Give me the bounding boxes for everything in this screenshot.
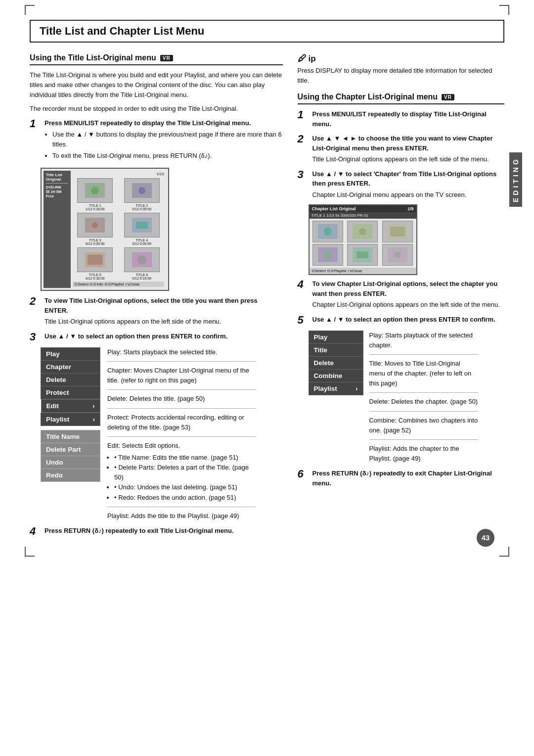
rmenu-row-combine: Combine <box>309 369 363 382</box>
spacer-1 <box>41 426 100 430</box>
rmenu-row-title: Title <box>309 343 363 356</box>
left-section-heading: Using the Title List-Original menu VR <box>30 53 283 65</box>
right-step-4-content: To view Chapter List-Original options, s… <box>312 279 505 310</box>
svg-rect-9 <box>88 255 102 265</box>
bullet-1-1: Use the ▲ / ▼ buttons to display the pre… <box>52 130 283 149</box>
menu-left-items: Play Chapter Delete Protect <box>41 347 100 521</box>
svg-point-19 <box>323 250 332 259</box>
sub-desc-deletepart: • Delete Parts: Deletes a part of the Ti… <box>114 463 256 482</box>
menu-item-playlist[interactable]: Playlist › <box>41 413 100 425</box>
rmenu-item-playlist[interactable]: Playlist › <box>309 382 363 395</box>
menu-item-play[interactable]: Play <box>41 347 100 360</box>
screen-thumb-5 <box>77 247 113 272</box>
menu-item-delete[interactable]: Delete <box>41 373 100 386</box>
step-3-content: Use ▲ / ▼ to select an option then press… <box>44 331 283 341</box>
menu-row-delete: Delete <box>41 373 100 386</box>
screen-side-left: Title List Original DVD-RW ⊟ 1H 5M Free … <box>44 171 166 288</box>
rthumb-wrap-3 <box>382 221 413 242</box>
right-menu-descriptions: Play: Starts playback of the selected ch… <box>369 331 478 464</box>
right-step-1-content: Press MENU/LIST repeatedly to display Ti… <box>312 109 505 129</box>
right-step-num-3: 3 <box>298 169 309 180</box>
tip-text: Press DISPLAY to display more detailed t… <box>298 66 505 86</box>
screen-thumb-1 <box>77 178 113 203</box>
step-2-content: To view Title List-Original options, sel… <box>44 296 283 327</box>
screen-thumb-4 <box>124 213 160 237</box>
thumb-label-4: TITLE 43/12 0:00:00 <box>124 238 160 245</box>
bullet-1-2: To exit the Title List-Original menu, pr… <box>52 151 283 161</box>
menu-item-chapter[interactable]: Chapter <box>41 360 100 373</box>
svg-rect-17 <box>390 227 405 236</box>
menu-table-main: Play Chapter Delete Protect <box>41 347 100 426</box>
right-step-num-5: 5 <box>298 315 309 326</box>
corner-mark-bl <box>25 547 35 557</box>
screen-thumb-3 <box>77 213 113 237</box>
rmenu-row-delete: Delete <box>309 356 363 369</box>
page-number-badge: 43 <box>477 529 494 547</box>
menu-item-edit[interactable]: Edit › <box>41 399 100 413</box>
menu-item-redo[interactable]: Redo <box>41 469 100 481</box>
thumb-wrapper-6: TITLE 60/12 0:19:00 <box>124 247 160 280</box>
sub-desc-titlename: • Title Name: Edits the title name. (pag… <box>114 453 256 463</box>
right-step-5-heading: Use ▲ / ▼ to select an option then press… <box>312 316 495 323</box>
main-title: Title List and Chapter List Menu <box>30 20 504 43</box>
tip-icon: 🖊 <box>298 53 307 64</box>
step-4-content: Press RETURN (δ♪) repeatedly to exit Tit… <box>44 526 283 536</box>
rthumb-3 <box>382 221 413 242</box>
rdesc-playlist: Playlist: Adds the chapter to the Playli… <box>369 444 478 464</box>
screen-right-panel: 1/12 TITLE 11/12 0:16:00 <box>71 171 166 288</box>
corner-mark-tr <box>499 5 509 15</box>
rmenu-item-play[interactable]: Play <box>309 331 363 343</box>
corner-mark-tl <box>25 5 35 15</box>
right-step-num-2: 2 <box>298 134 309 144</box>
rmenu-row-play: Play <box>309 331 363 343</box>
rmenu-item-delete[interactable]: Delete <box>309 356 363 369</box>
svg-point-5 <box>92 222 98 228</box>
step-1-content: Press MENU/LIST repeatedly to display th… <box>44 118 283 163</box>
left-step-4: 4 Press RETURN (δ♪) repeatedly to exit T… <box>30 526 283 537</box>
right-menu-area: Play Title Delete Combine <box>309 331 505 464</box>
screen-original-label: Original <box>46 177 68 182</box>
right-step-4: 4 To view Chapter List-Original options,… <box>298 279 505 310</box>
thumb-wrapper-2: TITLE 20/12 0:35:00 <box>124 178 160 211</box>
rmenu-item-title[interactable]: Title <box>309 343 363 356</box>
screen-right-thumbs <box>310 219 416 268</box>
left-section-title: Using the Title List-Original menu <box>30 53 156 62</box>
thumb-label-3: TITLE 30/12 0:00:00 <box>77 238 113 245</box>
rthumb-wrap-2 <box>347 221 378 242</box>
thumb-wrapper-4: TITLE 43/12 0:00:00 <box>124 213 160 245</box>
menu-row-deletepart: Delete Part <box>41 443 100 456</box>
screen-title-label: Title List <box>46 173 68 177</box>
menu-descriptions: Play: Starts playback the selected title… <box>107 347 256 521</box>
menu-item-deletepart[interactable]: Delete Part <box>41 443 100 456</box>
menu-row-chapter: Chapter <box>41 360 100 373</box>
screen-thumbs-left: TITLE 11/12 0:16:00 TITLE 20/12 0:35:00 <box>73 178 164 280</box>
menu-row-protect: Protect <box>41 386 100 399</box>
desc-protect: Protect: Protects accidental recording, … <box>107 413 256 432</box>
step-number-3: 3 <box>30 331 41 342</box>
screen-thumb-6 <box>124 247 160 272</box>
screen-footer-left: ⊙Select ⊙⊙Info ⊙⊙Playlist ♪'sClose <box>73 282 164 287</box>
menu-item-protect[interactable]: Protect <box>41 386 100 399</box>
menu-table-sub: Title Name Delete Part Undo Redo <box>41 430 100 482</box>
right-column: EDITING 🖊 ip Press DISPLAY to display mo… <box>298 53 505 542</box>
screen-page-num: 1/12 <box>73 172 164 176</box>
desc-delete: Delete: Deletes the title. (page 50) <box>107 394 256 404</box>
thumb-label-2: TITLE 20/12 0:35:00 <box>124 204 160 211</box>
rmenu-item-combine[interactable]: Combine <box>309 369 363 382</box>
desc-edit: Edit: Selects Edit options. <box>107 441 256 451</box>
thumb-label-6: TITLE 60/12 0:19:00 <box>124 273 160 280</box>
screen-free-label: Free <box>46 194 68 198</box>
screen-time-info: ⊟ 1H 5M <box>46 189 68 194</box>
menu-item-undo[interactable]: Undo <box>41 456 100 469</box>
rthumb-wrap-6 <box>382 244 413 266</box>
sub-desc-undo: • Undo: Undoes the last deleting. (page … <box>114 482 256 492</box>
menu-row-titlename: Title Name <box>41 430 100 443</box>
menu-item-titlename[interactable]: Title Name <box>41 430 100 443</box>
right-step-5-content: Use ▲ / ▼ to select an option then press… <box>312 315 505 325</box>
rdesc-play: Play: Starts playback of the selected ch… <box>369 331 478 350</box>
right-step-1: 1 Press MENU/LIST repeatedly to display … <box>298 109 505 129</box>
menu-row-edit: Edit › <box>41 399 100 413</box>
rthumb-wrap-5 <box>347 244 378 266</box>
right-step-num-1: 1 <box>298 109 309 120</box>
svg-point-13 <box>324 228 332 236</box>
